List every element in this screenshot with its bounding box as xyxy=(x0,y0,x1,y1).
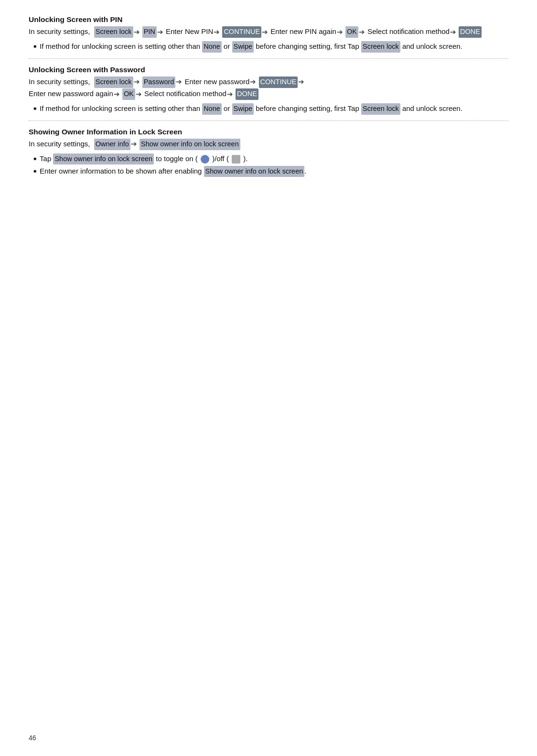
password-section: Unlocking Screen with Password In securi… xyxy=(29,66,508,115)
continue-tag-2: CONTINUE xyxy=(259,77,298,88)
arrow-2: ➔ xyxy=(157,26,163,38)
arrow-3: ➔ xyxy=(214,26,220,38)
swipe-tag-1: Swipe xyxy=(232,41,254,52)
show-owner-info-tag-2: Show owner info on lock screen xyxy=(53,153,154,164)
password-section-title: Unlocking Screen with Password xyxy=(29,66,508,74)
pin-bullets: If method for unlocking screen is settin… xyxy=(29,41,508,52)
show-owner-info-tag-1: Show owner info on lock screen xyxy=(140,139,240,150)
show-owner-info-tag-3: Show owner info on lock screen xyxy=(204,166,305,177)
divider-2 xyxy=(29,121,508,121)
arrow-14: ➔ xyxy=(227,88,233,100)
swipe-tag-2: Swipe xyxy=(232,103,254,114)
ok-tag-1: OK xyxy=(345,26,358,38)
password-bullets: If method for unlocking screen is settin… xyxy=(29,103,508,114)
page-number: 46 xyxy=(29,734,36,742)
owner-bullet-2: Enter owner information to be shown afte… xyxy=(33,165,508,177)
none-tag-1: None xyxy=(202,41,222,52)
arrow-8: ➔ xyxy=(134,76,140,88)
ok-tag-2: OK xyxy=(122,88,135,100)
screen-lock-tag-1: Screen lock xyxy=(94,26,133,38)
arrow-1: ➔ xyxy=(134,26,140,38)
screen-lock-tag-4: Screen lock xyxy=(361,103,400,114)
arrow-15: ➔ xyxy=(131,138,137,150)
arrow-5: ➔ xyxy=(337,26,343,38)
done-tag-1: DONE xyxy=(459,26,482,38)
pin-tag: PIN xyxy=(142,26,157,38)
owner-section-body: In security settings, Owner info➔ Show o… xyxy=(29,138,508,150)
owner-bullet-1: Tap Show owner info on lock screen to to… xyxy=(33,153,508,164)
arrow-12: ➔ xyxy=(114,88,120,100)
screen-lock-tag-3: Screen lock xyxy=(94,77,133,88)
pin-section-body: In security settings, Screen lock➔ PIN➔ … xyxy=(29,26,508,38)
password-bullet-1: If method for unlocking screen is settin… xyxy=(33,103,508,114)
owner-section: Showing Owner Information in Lock Screen… xyxy=(29,128,508,177)
password-tag: Password xyxy=(142,77,176,88)
arrow-4: ➔ xyxy=(262,26,268,38)
pin-bullet-1: If method for unlocking screen is settin… xyxy=(33,41,508,52)
arrow-6: ➔ xyxy=(359,26,365,38)
done-tag-2: DONE xyxy=(236,88,258,100)
arrow-7: ➔ xyxy=(450,26,456,38)
arrow-9: ➔ xyxy=(176,76,182,88)
arrow-10: ➔ xyxy=(250,76,256,88)
pin-section-title: Unlocking Screen with PIN xyxy=(29,15,508,24)
arrow-11: ➔ xyxy=(298,76,304,88)
owner-info-tag: Owner info xyxy=(94,139,130,150)
arrow-13: ➔ xyxy=(136,88,142,100)
owner-section-title: Showing Owner Information in Lock Screen xyxy=(29,128,508,136)
toggle-on-icon xyxy=(201,155,209,164)
screen-lock-tag-2: Screen lock xyxy=(361,41,400,52)
password-section-body: In security settings, Screen lock➔ Passw… xyxy=(29,76,508,100)
toggle-off-icon xyxy=(232,155,240,164)
none-tag-2: None xyxy=(202,103,222,114)
owner-bullets: Tap Show owner info on lock screen to to… xyxy=(29,153,508,177)
pin-section: Unlocking Screen with PIN In security se… xyxy=(29,15,508,53)
continue-tag-1: CONTINUE xyxy=(222,26,261,38)
divider-1 xyxy=(29,58,508,59)
